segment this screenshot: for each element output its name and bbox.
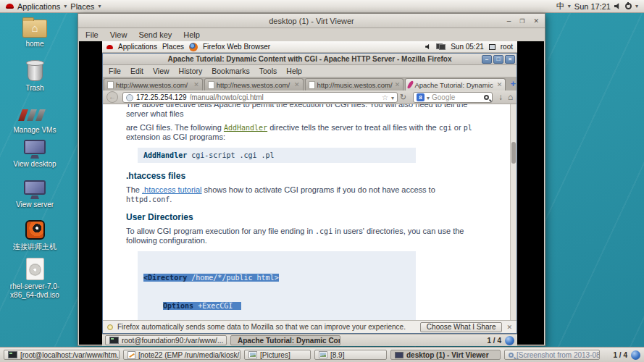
minimize-icon[interactable]: – <box>482 55 492 64</box>
taskbar-item-screenshot[interactable]: [Screenshot from 2013-08-11... <box>504 350 600 360</box>
choose-what-i-share-button[interactable]: Choose What I Share <box>420 322 503 332</box>
scrollbar-thumb[interactable] <box>511 142 516 164</box>
virt-manager-icon <box>18 109 51 122</box>
taskbar-item-firefox[interactable]: Apache Tutorial: Dynamic Conte... <box>230 335 340 345</box>
desktop-icon-rhel-iso[interactable]: rhel-server-7.0- x86_64-dvd.iso <box>6 256 64 300</box>
close-tab-icon[interactable] <box>395 81 401 88</box>
workspace-sphere-icon[interactable] <box>505 336 514 345</box>
taskbar-item-virt-viewer[interactable]: desktop (1) - Virt Viewer <box>390 350 501 360</box>
maximize-icon[interactable] <box>519 14 524 29</box>
menu-history[interactable]: History <box>179 67 203 75</box>
taskbar-item-pictures[interactable]: [Pictures] <box>244 350 311 360</box>
volume-icon[interactable] <box>425 44 431 50</box>
menu-send-key[interactable]: Send key <box>138 30 172 39</box>
tab-label: http://news.westos.com/ <box>217 81 292 89</box>
scrollbar-track[interactable] <box>510 104 517 320</box>
home-folder-icon <box>22 20 47 38</box>
desktop-icon-view-desktop[interactable]: View desktop <box>6 138 64 169</box>
close-icon[interactable]: × <box>505 55 515 64</box>
maximize-icon[interactable]: □ <box>493 55 503 64</box>
vm-display: Applications Places Firefox Web Browser … <box>79 41 544 345</box>
close-tab-icon[interactable] <box>294 81 300 88</box>
desktop-icon-connect-teacher-host[interactable]: 连接讲师主机 <box>6 219 64 251</box>
vm-top-panel: Applications Places Firefox Web Browser … <box>102 41 517 53</box>
tab-news-westos[interactable]: http://news.westos.com/ <box>204 78 304 90</box>
back-button[interactable] <box>106 91 118 103</box>
taskbar-item-terminal[interactable]: [root@localhost:/var/www/htm... <box>4 350 120 360</box>
menu-view[interactable]: View <box>153 67 170 75</box>
bookmark-star-icon[interactable] <box>382 93 388 101</box>
close-icon[interactable] <box>533 14 539 28</box>
tiger-app-icon <box>25 220 45 240</box>
menu-edit[interactable]: Edit <box>130 67 143 75</box>
heading-htaccess: .htaccess files <box>126 171 517 181</box>
workspace-sphere-icon[interactable] <box>631 350 640 360</box>
downloads-icon[interactable] <box>498 92 503 102</box>
taskbar-item-image[interactable]: [8.9] <box>314 350 387 360</box>
outer-clock[interactable]: Sun 17:21 <box>574 2 611 11</box>
desktop-icon-trash[interactable]: Trash <box>6 61 64 93</box>
tab-www-westos[interactable]: http://www.westos.com/ <box>104 78 203 90</box>
firefox-launcher[interactable]: Firefox Web Browser <box>203 43 270 51</box>
chevron-down-icon[interactable] <box>427 93 430 101</box>
image-icon <box>248 351 257 358</box>
menu-help[interactable]: Help <box>286 67 302 75</box>
code-block-userdir-selected[interactable]: <Directory /home/*/public_html> Options … <box>138 251 416 320</box>
close-notification-icon[interactable] <box>506 324 512 331</box>
firefox-titlebar[interactable]: Apache Tutorial: Dynamic Content with CG… <box>103 54 517 65</box>
screen-icon <box>489 44 495 50</box>
places-menu[interactable]: Places <box>70 2 94 11</box>
menu-help[interactable]: Help <box>183 30 200 39</box>
window-title: Apache Tutorial: Dynamic Content with CG… <box>167 55 451 63</box>
vm-places-menu[interactable]: Places <box>162 43 184 51</box>
taskbar-item-editor[interactable]: [note22 (EMP /run/media/kiosk/... <box>123 350 241 360</box>
menu-tools[interactable]: Tools <box>259 67 277 75</box>
chevron-down-icon[interactable] <box>391 93 394 101</box>
terminal-icon <box>8 351 17 358</box>
virt-viewer-titlebar[interactable]: desktop (1) - Virt Viewer <box>78 14 545 28</box>
tab-label: http://music.westos.com/ <box>317 81 393 89</box>
vm-applications-menu[interactable]: Applications <box>118 43 157 51</box>
home-icon[interactable] <box>508 92 513 102</box>
menu-bookmarks[interactable]: Bookmarks <box>212 67 250 75</box>
firefox-menubar: File Edit View History Bookmarks Tools H… <box>103 65 517 77</box>
tab-music-westos[interactable]: http://music.westos.com/ <box>305 78 404 90</box>
reload-icon[interactable] <box>400 93 406 102</box>
desktop-icon-home[interactable]: home <box>6 17 64 49</box>
tab-apache-tutorial[interactable]: Apache Tutorial: Dynamic Co... <box>405 78 506 90</box>
magnifier-icon <box>509 353 514 358</box>
icon-label: home <box>6 40 64 49</box>
search-engine-icon[interactable]: 8 <box>417 93 425 101</box>
workspace-pager[interactable]: 1 / 4 <box>614 350 640 360</box>
apache-feather-icon <box>407 80 414 90</box>
vm-clock[interactable]: Sun 05:21 <box>451 43 484 51</box>
taskbar-item-terminal[interactable]: root@foundation90:/var/www/... <box>105 335 227 345</box>
close-tab-icon[interactable] <box>193 81 199 88</box>
desktop-icon-manage-vms[interactable]: Manage VMs <box>6 103 64 135</box>
network-icon[interactable] <box>436 43 446 50</box>
paragraph-htaccess: The .htaccess tutorial shows how to acti… <box>126 185 480 204</box>
vm-user[interactable]: root <box>501 43 513 51</box>
htaccess-tutorial-link[interactable]: .htaccess tutorial <box>142 185 202 194</box>
vm-taskbar: root@foundation90:/var/www/... Apache Tu… <box>102 334 517 346</box>
input-method-indicator[interactable]: 中 <box>556 1 564 12</box>
volume-icon[interactable] <box>614 3 622 9</box>
addhandler-link[interactable]: AddHandler <box>224 124 267 132</box>
menu-view[interactable]: View <box>110 30 127 39</box>
notification-text: Firefox automatically sends some data to… <box>117 323 406 331</box>
magnifier-icon[interactable] <box>484 95 489 100</box>
desktop-icon-view-server[interactable]: View server <box>6 178 64 209</box>
terminal-icon <box>109 337 119 344</box>
close-tab-icon[interactable] <box>497 81 503 88</box>
blank-page-icon <box>208 81 214 89</box>
minimize-icon[interactable] <box>507 14 511 28</box>
url-bar[interactable]: 172.25.254.129 /manual/howto/cgi.html <box>122 92 398 103</box>
menu-file[interactable]: File <box>85 30 99 39</box>
power-icon[interactable] <box>625 3 632 9</box>
workspace-pager[interactable]: 1 / 4 <box>488 336 514 345</box>
search-bar[interactable]: 8 Google <box>413 92 493 103</box>
applications-menu[interactable]: Applications <box>17 2 60 11</box>
new-tab-button[interactable]: + <box>510 78 516 89</box>
firefox-icon[interactable] <box>189 43 198 51</box>
menu-file[interactable]: File <box>109 67 121 75</box>
